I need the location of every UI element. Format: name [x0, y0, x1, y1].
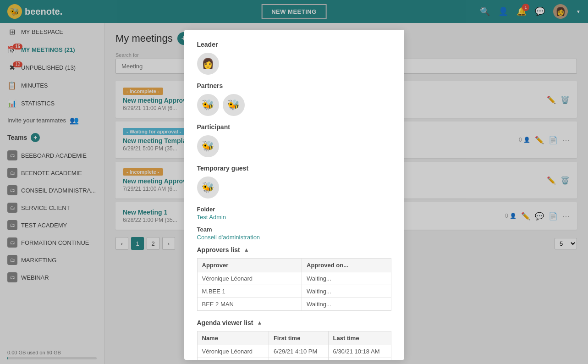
- partners-avatar-row: 🐝 🐝: [197, 94, 391, 116]
- agenda-viewer-toggle[interactable]: Agenda viewer list ▲: [197, 319, 391, 326]
- partners-label: Partners: [197, 82, 391, 89]
- approver-row: BEE 2 MAN Waiting...: [197, 298, 391, 311]
- participant-label: Participant: [197, 123, 391, 131]
- approver-name: Véronique Léonard: [197, 272, 302, 285]
- agenda-col2-header: First time: [269, 331, 328, 345]
- approvers-toggle[interactable]: Approvers list ▲: [197, 246, 391, 254]
- agenda-col3-header: Last time: [328, 331, 391, 345]
- temp-guest-avatar-row: 🐝: [197, 176, 391, 199]
- team-label: Team: [197, 226, 391, 233]
- viewer-name: Véronique Léonard: [197, 345, 269, 358]
- temp-guest-avatar-1: 🐝: [197, 176, 219, 199]
- team-link[interactable]: Conseil d'administration: [197, 234, 260, 241]
- leader-avatar: 👩: [197, 53, 219, 75]
- agenda-viewer-chevron-icon: ▲: [257, 320, 262, 326]
- participant-avatar-row: 🐝: [197, 135, 391, 157]
- team-section: Team Conseil d'administration: [197, 226, 391, 241]
- agenda-viewer-table: Name First time Last time Véronique Léon…: [197, 331, 391, 360]
- viewer-first-time: -: [269, 358, 328, 360]
- leader-avatar-row: 👩: [197, 53, 391, 75]
- leader-section: Leader 👩: [197, 41, 391, 75]
- viewer-first-time: 6/29/21 4:10 PM: [269, 345, 328, 358]
- approver-status: Waiting...: [302, 285, 391, 298]
- approver-status: Waiting...: [302, 272, 391, 285]
- approvers-label: Approvers list: [197, 246, 240, 254]
- agenda-viewer-row: Véronique Léonard 6/29/21 4:10 PM 6/30/2…: [197, 345, 391, 358]
- approver-status: Waiting...: [302, 298, 391, 311]
- agenda-viewer-row: M.BEE 1 - -: [197, 358, 391, 360]
- overlay-backdrop[interactable]: Leader 👩 Partners 🐝 🐝 Participant 🐝 Temp…: [0, 0, 588, 364]
- folder-section: Folder Test Admin: [197, 206, 391, 221]
- approvers-col1-header: Approver: [197, 259, 302, 272]
- approvers-col2-header: Approved on...: [302, 259, 391, 272]
- meeting-detail-popup: Leader 👩 Partners 🐝 🐝 Participant 🐝 Temp…: [184, 30, 404, 360]
- folder-label: Folder: [197, 206, 391, 213]
- approver-row: Véronique Léonard Waiting...: [197, 272, 391, 285]
- viewer-name: M.BEE 1: [197, 358, 269, 360]
- participant-avatar-1: 🐝: [197, 135, 219, 157]
- approver-row: M.BEE 1 Waiting...: [197, 285, 391, 298]
- approvers-chevron-icon: ▲: [244, 247, 249, 253]
- folder-link[interactable]: Test Admin: [197, 214, 226, 221]
- viewer-last-time: -: [328, 358, 391, 360]
- participant-section: Participant 🐝: [197, 123, 391, 157]
- partner-avatar-1: 🐝: [197, 94, 219, 116]
- viewer-last-time: 6/30/21 10:18 AM: [328, 345, 391, 358]
- approver-name: BEE 2 MAN: [197, 298, 302, 311]
- temporary-guest-label: Temporary guest: [197, 165, 391, 172]
- partner-avatar-2: 🐝: [223, 94, 245, 116]
- agenda-col1-header: Name: [197, 331, 269, 345]
- partners-section: Partners 🐝 🐝: [197, 82, 391, 116]
- leader-label: Leader: [197, 41, 391, 48]
- temporary-guest-section: Temporary guest 🐝: [197, 165, 391, 199]
- approvers-table: Approver Approved on... Véronique Léonar…: [197, 258, 391, 311]
- approver-name: M.BEE 1: [197, 285, 302, 298]
- agenda-viewer-label: Agenda viewer list: [197, 319, 253, 326]
